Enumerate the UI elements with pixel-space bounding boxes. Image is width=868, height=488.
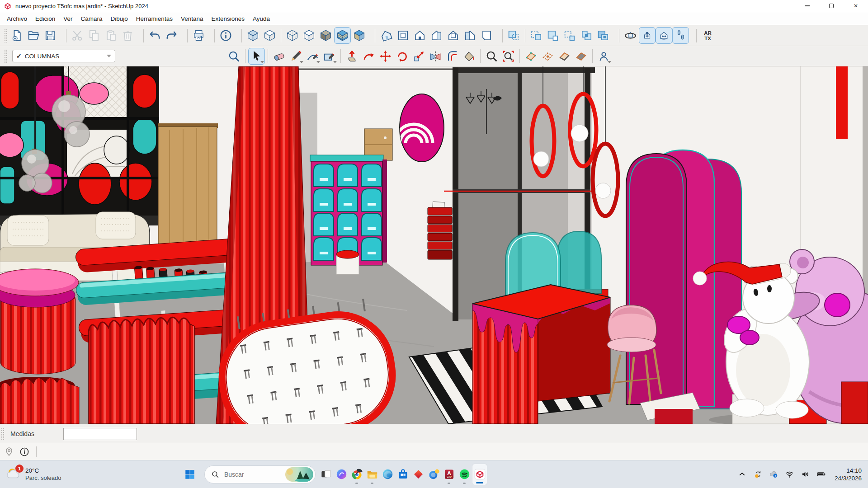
line-tool[interactable] [288,48,304,65]
menu-dibujo[interactable]: Dibujo [107,14,132,24]
menu-extensiones[interactable]: Extensiones [207,14,249,24]
rectangle-tool[interactable] [321,48,338,65]
menu-ayuda[interactable]: Ayuda [249,14,274,24]
ar-tx-button[interactable]: ARTX [699,27,716,44]
view-back-button[interactable] [445,27,462,44]
taskbar-app-copilot[interactable] [334,464,349,485]
style-wireframe-button[interactable] [284,27,301,44]
view-right-button[interactable] [428,27,445,44]
viewport-3d[interactable] [0,66,868,424]
style-textured-button[interactable] [334,27,351,44]
taskbar-search[interactable] [204,465,316,483]
start-button[interactable] [180,465,200,484]
scale-tool[interactable] [410,48,427,65]
paint-bucket-tool[interactable] [461,48,477,65]
style-back-edges-button[interactable] [261,27,278,44]
swap-group-button[interactable] [595,27,612,44]
style-hidden-line-button[interactable] [301,27,317,44]
explode-group-button[interactable] [578,27,595,44]
taskbar-clock[interactable]: 14:10 24/3/2026 [835,467,862,482]
zoom-extents-tool[interactable] [500,48,517,65]
paste-button[interactable] [103,27,119,44]
look-around-button[interactable] [656,27,672,44]
walk-button[interactable] [672,27,689,44]
tag-filter-dropdown[interactable]: ✓ COLUMNAS [12,50,115,62]
edit-group-button[interactable] [545,27,561,44]
open-folder-button[interactable] [25,27,42,44]
taskbar-app-task-view[interactable] [318,464,334,485]
style-shaded-button[interactable] [317,27,334,44]
arc-tool[interactable] [304,48,321,65]
dropdown-arrow-icon[interactable] [316,61,320,63]
view-front-button[interactable] [411,27,428,44]
make-group-button[interactable] [528,27,545,44]
eraser-tool[interactable] [271,48,288,65]
push-pull-tool[interactable] [344,48,360,65]
close-button[interactable]: ✕ [844,0,868,12]
menu-archivo[interactable]: Archivo [3,14,31,24]
taskbar-app-chrome[interactable] [349,464,364,485]
undo-button[interactable] [146,27,163,44]
delete-button[interactable] [119,27,136,44]
taskbar-app-ms-store[interactable] [395,464,410,485]
measurements-input[interactable] [63,428,137,440]
zoom-tool[interactable] [483,48,500,65]
taskbar-app-spotify[interactable] [457,464,472,485]
tray-wifi-icon[interactable] [784,469,796,480]
menu-camara[interactable]: Cámara [77,14,107,24]
follow-me-tool[interactable] [360,48,377,65]
lock-group-button[interactable] [561,27,578,44]
flip-tool[interactable] [427,48,444,65]
menu-edicion[interactable]: Edición [31,14,59,24]
search-input[interactable] [223,470,282,479]
taskbar-app-file-explorer[interactable] [364,464,380,485]
new-file-button[interactable] [9,27,25,44]
make-component-button[interactable] [505,27,522,44]
tray-chevron-up-icon[interactable] [736,469,748,480]
dropdown-arrow-icon[interactable] [300,61,303,63]
move-tool[interactable] [377,48,394,65]
location-pin-icon[interactable] [4,446,14,457]
rotate-tool[interactable] [394,48,410,65]
select-tool[interactable] [248,48,265,65]
taskbar-app-red-diamond-app[interactable] [410,464,426,485]
taskbar-app-sketchup[interactable] [472,464,487,485]
position-camera-button[interactable] [639,27,656,44]
offset-tool[interactable] [444,48,461,65]
dropdown-arrow-icon[interactable] [333,61,337,63]
section-plane-tool[interactable] [523,48,539,65]
section-display-tool[interactable] [539,48,556,65]
maximize-button[interactable] [819,0,844,12]
minimize-button[interactable] [795,0,819,12]
redo-button[interactable] [163,27,180,44]
dropdown-arrow-icon[interactable] [608,61,611,63]
style-xray-button[interactable] [245,27,261,44]
view-left-button[interactable] [462,27,478,44]
orbit-camera-button[interactable] [622,27,639,44]
search-tool-tool[interactable] [226,48,242,65]
copy-button[interactable] [86,27,103,44]
tray-battery-icon[interactable] [816,469,827,480]
view-plan-button[interactable] [478,27,495,44]
search-daily-image[interactable] [285,467,313,482]
toolbar-grip[interactable] [4,49,7,63]
view-top-button[interactable] [395,27,411,44]
view-iso-button[interactable] [378,27,395,44]
tray-cloud-status-icon[interactable]: i [768,469,780,480]
tray-volume-icon[interactable] [800,469,811,480]
menu-herramientas[interactable]: Herramientas [132,14,177,24]
toolbar-grip[interactable] [4,29,7,42]
info-status-icon[interactable] [19,446,30,457]
taskbar-app-photos[interactable] [426,464,441,485]
taskbar-app-edge[interactable] [380,464,395,485]
section-cuts-tool[interactable] [556,48,573,65]
weather-widget[interactable]: 1 20°C Parc. soleado [0,466,95,483]
dropdown-arrow-icon[interactable] [260,61,264,63]
tray-sync-icon[interactable] [752,469,764,480]
style-monochrome-button[interactable] [351,27,368,44]
taskbar-app-autocad[interactable]: ACAD [441,464,457,485]
model-info-button[interactable] [217,27,234,44]
menu-ventana[interactable]: Ventana [177,14,208,24]
section-fill-tool[interactable] [573,48,590,65]
menu-ver[interactable]: Ver [59,14,76,24]
